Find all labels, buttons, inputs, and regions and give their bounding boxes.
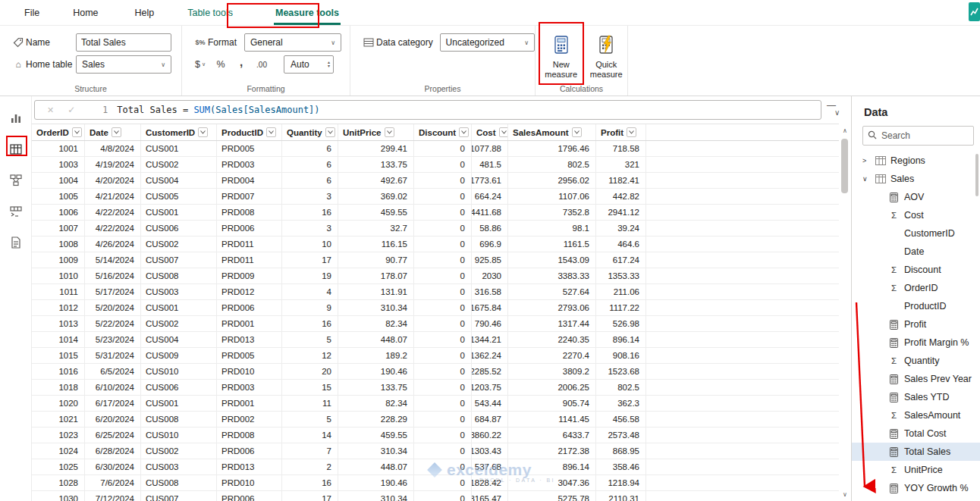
search-input[interactable] xyxy=(881,130,969,141)
field-item-total-sales[interactable]: Total Sales xyxy=(852,443,980,461)
scrollbar-thumb[interactable] xyxy=(841,139,848,193)
field-item-discount[interactable]: ΣDiscount xyxy=(852,261,980,279)
chevron-down-icon[interactable]: ∨ xyxy=(862,175,870,183)
sidebar-tmdl-view-icon[interactable] xyxy=(0,227,32,258)
table-row[interactable]: 10216/20/2024CUS008PRD0025228.290684.871… xyxy=(32,412,839,427)
filter-icon[interactable] xyxy=(198,127,208,137)
field-item-cost[interactable]: ΣCost xyxy=(852,206,980,224)
field-item-quantity[interactable]: ΣQuantity xyxy=(852,352,980,370)
field-item-date[interactable]: Date xyxy=(852,243,980,261)
table-row[interactable]: 10307/12/2024CUS007PRD00617310.3403165.4… xyxy=(32,491,839,501)
tab-help[interactable]: Help xyxy=(127,0,162,25)
sidebar-dax-query-view-icon[interactable] xyxy=(0,196,32,227)
field-item-profit[interactable]: Profit xyxy=(852,315,980,333)
table-vertical-scrollbar[interactable]: ∧ ∨ xyxy=(839,124,851,501)
field-group-regions[interactable]: >Regions xyxy=(852,152,980,170)
extension-icon[interactable] xyxy=(969,2,980,21)
table-row[interactable]: 10105/16/2024CUS008PRD00919178.070203033… xyxy=(32,268,839,284)
decimal-places-spinner[interactable]: Auto ▴ ▾ xyxy=(284,55,334,74)
table-row[interactable]: 10166/5/2024CUS010PRD01020190.4602285.52… xyxy=(32,364,839,380)
format-select[interactable]: General ∨ xyxy=(244,33,341,52)
sidebar-data-view-icon[interactable] xyxy=(0,133,32,164)
filter-icon[interactable] xyxy=(266,127,276,137)
table-row[interactable]: 10206/17/2024CUS001PRD0011182.340543.449… xyxy=(32,396,839,412)
table-row[interactable]: 10034/19/2024CUS002PRD0036133.750481.580… xyxy=(32,157,839,173)
expand-formula-icon[interactable]: ∨ xyxy=(834,108,840,117)
field-item-salesamount[interactable]: ΣSalesAmount xyxy=(852,406,980,424)
field-item-profit-margin[interactable]: Profit Margin % xyxy=(852,333,980,352)
measure-name-input[interactable] xyxy=(76,33,171,52)
spinner-down-icon[interactable]: ▾ xyxy=(328,64,330,68)
column-header-date[interactable]: Date xyxy=(85,124,141,140)
field-item-sales-ytd[interactable]: Sales YTD xyxy=(852,388,980,406)
table-row[interactable]: 10014/8/2024CUS001PRD0056299.4101077.881… xyxy=(32,141,839,157)
table-row[interactable]: 10256/30/2024CUS003PRD0132448.070537.688… xyxy=(32,459,839,475)
home-table-select[interactable]: Sales ∨ xyxy=(76,55,171,74)
tab-home[interactable]: Home xyxy=(65,0,105,25)
table-row[interactable]: 10287/6/2024CUS008PRD01016190.4601828.42… xyxy=(32,475,839,491)
formula-input[interactable]: ✕ ✓ 1 Total Sales = SUM(Sales[SalesAmoun… xyxy=(34,100,821,120)
table-row[interactable]: 10115/17/2024CUS003PRD0124131.910316.585… xyxy=(32,284,839,300)
field-item-yoy-growth[interactable]: YOY Growth % xyxy=(852,479,980,497)
thousands-separator-button[interactable]: , xyxy=(234,56,249,73)
cancel-formula-icon[interactable]: ✕ xyxy=(47,105,54,115)
field-group-sales[interactable]: ∨Sales xyxy=(852,170,980,188)
column-header-profit[interactable]: Profit xyxy=(596,124,646,140)
table-row[interactable]: 10246/28/2024CUS002PRD0067310.3401303.43… xyxy=(32,443,839,459)
measure-calculator-icon xyxy=(888,429,900,439)
search-box[interactable] xyxy=(862,126,974,146)
quick-measure-button[interactable]: Quick measure xyxy=(586,33,628,80)
filter-icon[interactable] xyxy=(72,127,82,137)
tab-measure-tools[interactable]: Measure tools xyxy=(268,0,347,25)
sidebar-report-view-icon[interactable] xyxy=(0,102,32,133)
table-row[interactable]: 10135/22/2024CUS002PRD0011682.340790.461… xyxy=(32,316,839,332)
filter-icon[interactable] xyxy=(627,127,636,137)
percent-format-button[interactable]: % xyxy=(213,56,228,73)
field-item-customerid[interactable]: CustomerID xyxy=(852,224,980,243)
filter-icon[interactable] xyxy=(112,127,121,137)
new-measure-button[interactable]: New measure xyxy=(540,33,583,80)
filter-icon[interactable] xyxy=(325,127,335,137)
chevron-right-icon[interactable]: > xyxy=(862,157,870,164)
filter-icon[interactable] xyxy=(459,127,469,137)
table-row[interactable]: 10145/23/2024CUS004PRD0135448.0701344.21… xyxy=(32,332,839,348)
column-header-unitprice[interactable]: UnitPrice xyxy=(338,124,414,140)
decimal-places-button[interactable]: .00 xyxy=(254,56,269,73)
scroll-down-icon[interactable]: ∨ xyxy=(839,489,851,499)
column-header-salesamount[interactable]: SalesAmount xyxy=(508,124,596,140)
field-item-aov[interactable]: AOV xyxy=(852,188,980,206)
data-category-select[interactable]: Uncategorized ∨ xyxy=(440,33,535,52)
table-row[interactable]: 10186/10/2024CUS006PRD00315133.7501203.7… xyxy=(32,380,839,396)
commit-formula-icon[interactable]: ✓ xyxy=(68,105,75,115)
table-row[interactable]: 10125/20/2024CUS001PRD0069310.3401675.84… xyxy=(32,300,839,316)
column-header-productid[interactable]: ProductID xyxy=(217,124,282,140)
column-header-orderid[interactable]: OrderID xyxy=(32,124,85,140)
table-row[interactable]: 10084/26/2024CUS002PRD01110116.150696.91… xyxy=(32,236,839,252)
table-row[interactable]: 10155/31/2024CUS009PRD00512189.201362.24… xyxy=(32,348,839,364)
scroll-up-icon[interactable]: ∧ xyxy=(839,125,851,136)
table-row[interactable]: 10074/22/2024CUS006PRD006332.7058.8698.1… xyxy=(32,221,839,236)
filter-icon[interactable] xyxy=(499,127,508,137)
field-item-sales-prev-year[interactable]: Sales Prev Year xyxy=(852,370,980,388)
tab-file[interactable]: File xyxy=(17,0,47,25)
column-header-cost[interactable]: Cost xyxy=(472,124,508,140)
field-item-productid[interactable]: ProductID xyxy=(852,297,980,315)
table-row[interactable]: 10054/21/2024CUS005PRD0073369.020664.241… xyxy=(32,189,839,205)
data-pane-scrollbar-thumb[interactable] xyxy=(975,154,978,196)
sidebar-model-view-icon[interactable] xyxy=(0,164,32,196)
tab-table-tools[interactable]: Table tools xyxy=(180,0,240,25)
table-row[interactable]: 10095/14/2024CUS007PRD0111790.770925.851… xyxy=(32,252,839,268)
table-row[interactable]: 10044/20/2024CUS004PRD0046492.6701773.61… xyxy=(32,173,839,189)
column-header-discount[interactable]: Discount xyxy=(414,124,472,140)
table-row[interactable]: 10064/22/2024CUS001PRD00816459.5504411.6… xyxy=(32,205,839,221)
field-item-total-cost[interactable]: Total Cost xyxy=(852,424,980,443)
table-cell: 1077.88 xyxy=(472,141,508,156)
column-header-quantity[interactable]: Quantity xyxy=(282,124,338,140)
filter-icon[interactable] xyxy=(572,127,582,137)
field-item-unitprice[interactable]: ΣUnitPrice xyxy=(852,461,980,479)
filter-icon[interactable] xyxy=(385,127,394,137)
table-row[interactable]: 10236/25/2024CUS010PRD00814459.5503860.2… xyxy=(32,427,839,443)
field-item-orderid[interactable]: ΣOrderID xyxy=(852,279,980,297)
currency-format-button[interactable]: $∨ xyxy=(193,56,208,73)
column-header-customerid[interactable]: CustomerID xyxy=(141,124,217,140)
